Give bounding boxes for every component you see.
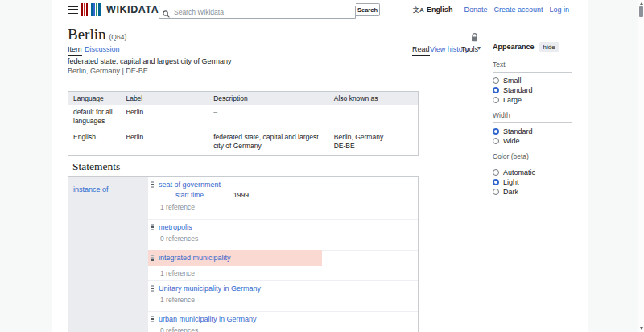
qualifier-row: start time1999 [175, 191, 249, 199]
claims-column: seat of government start time1999 1 refe… [148, 177, 418, 332]
terms-header-label: Label [121, 92, 208, 106]
radio-text-standard[interactable]: Standard [493, 85, 572, 95]
vertical-scrollbar[interactable] [638, 0, 644, 332]
statement-value-link[interactable]: urban municipality in Germany [159, 315, 257, 323]
title-divider [68, 44, 481, 44]
radio-icon[interactable] [493, 77, 499, 84]
search-box: Search [159, 3, 380, 16]
tab-read[interactable]: Read [412, 45, 430, 56]
header-user-links: 文A English Donate Create account Log in [413, 5, 569, 15]
tab-discussion[interactable]: Discussion [85, 45, 120, 53]
appearance-sidebar: Appearance hide Text Small Standard Larg… [493, 42, 572, 199]
radio-checked-icon[interactable] [493, 87, 499, 93]
terms-language-cell: default for all languages [68, 105, 122, 130]
radio-icon[interactable] [493, 169, 499, 176]
property-link-instance-of[interactable]: instance of [73, 185, 109, 193]
radio-icon[interactable] [493, 138, 499, 144]
statement-row: Unitary municipality in Germany 1 refere… [148, 281, 418, 312]
title-row: Berlin(Q64) [68, 26, 126, 44]
qualifier-value: 1999 [233, 191, 249, 199]
statement-value-link[interactable]: metropolis [159, 223, 192, 231]
qualifier-property-link[interactable]: start time [175, 191, 233, 199]
wikidata-logo[interactable]: WIKIDATA [80, 3, 159, 16]
width-section-label: Width [493, 107, 572, 123]
terms-header-description: Description [208, 92, 329, 106]
terms-language-cell: English [68, 130, 122, 155]
statement-row: seat of government start time1999 1 refe… [148, 177, 418, 220]
donate-link[interactable]: Donate [464, 6, 487, 14]
references-toggle[interactable]: 0 references [160, 234, 198, 243]
statements-group: instance of seat of government start tim… [68, 176, 419, 332]
entity-aliases: Berlin, Germany | DE-BE [68, 67, 148, 75]
rank-selector-icon[interactable] [151, 285, 154, 293]
radio-width-wide[interactable]: Wide [493, 136, 572, 146]
width-options: Standard Wide [493, 123, 572, 148]
terms-aka-cell [329, 105, 419, 130]
statement-value-link[interactable]: seat of government [159, 181, 221, 189]
appearance-title: Appearance [493, 43, 535, 51]
entity-description: federated state, capital and largest cit… [68, 57, 232, 65]
rank-selector-icon[interactable] [151, 316, 154, 323]
language-selector[interactable]: 文A English [413, 6, 452, 15]
main-menu-icon[interactable] [68, 6, 78, 14]
login-link[interactable]: Log in [549, 6, 569, 14]
rank-selector-icon[interactable] [151, 181, 154, 189]
statement-row-highlighted: integrated municipality 1 reference [148, 251, 418, 281]
tab-item[interactable]: Item [68, 45, 82, 56]
page-title: Berlin [68, 26, 106, 43]
statement-row: metropolis 0 references [148, 220, 418, 251]
color-options: Automatic Light Dark [493, 164, 572, 199]
color-section-label: Color (beta) [493, 148, 572, 164]
radio-text-large[interactable]: Large [493, 95, 572, 105]
radio-color-light[interactable]: Light [493, 177, 572, 187]
search-button[interactable]: Search [356, 3, 380, 16]
property-column: instance of [68, 177, 148, 332]
table-row: English Berlin federated state, capital … [68, 130, 419, 155]
radio-icon[interactable] [493, 189, 499, 195]
radio-checked-icon[interactable] [493, 179, 499, 185]
terms-header-also-known-as: Also known as [329, 92, 419, 106]
chevron-down-icon[interactable]: ▾ [477, 44, 481, 52]
text-size-options: Small Standard Large [493, 73, 572, 107]
scrollbar-thumb[interactable] [639, 6, 643, 17]
terms-aka-cell: Berlin, Germany DE-BE [329, 130, 419, 155]
terms-label-cell: Berlin [121, 105, 208, 130]
appearance-header: Appearance hide [493, 42, 572, 56]
statement-value-link[interactable]: Unitary municipality in Germany [159, 284, 261, 293]
tab-tools[interactable]: Tools [461, 45, 478, 53]
wikidata-logo-text: WIKIDATA [106, 4, 159, 15]
search-icon [163, 6, 170, 21]
references-toggle[interactable]: 1 reference [160, 269, 195, 277]
references-toggle[interactable]: 1 reference [160, 203, 195, 211]
appearance-hide-button[interactable]: hide [539, 42, 559, 52]
table-row: default for all languages Berlin – [68, 105, 419, 130]
terms-header-language: Language [68, 92, 122, 106]
scrollbar-up-arrow-icon[interactable] [640, 2, 643, 5]
page-tabs: Item Discussion Read View history Tools … [68, 45, 481, 55]
text-section-label: Text [493, 56, 572, 73]
radio-width-standard[interactable]: Standard [493, 127, 572, 136]
statement-row: urban municipality in Germany 0 referenc… [148, 312, 418, 332]
radio-color-dark[interactable]: Dark [493, 187, 572, 197]
terms-table: Language Label Description Also known as… [68, 91, 419, 156]
language-icon: 文A [413, 6, 424, 15]
radio-checked-icon[interactable] [493, 128, 499, 135]
radio-color-automatic[interactable]: Automatic [493, 168, 572, 177]
search-input[interactable] [159, 6, 356, 19]
rank-selector-icon[interactable] [151, 255, 154, 262]
page-container: WIKIDATA Search 文A English Donate Create… [52, 0, 588, 332]
create-account-link[interactable]: Create account [493, 6, 543, 14]
language-label: English [427, 6, 453, 14]
statements-heading: Statements [72, 160, 120, 173]
radio-icon[interactable] [493, 97, 499, 103]
statement-value-link[interactable]: integrated municipality [159, 254, 231, 262]
entity-qid: (Q64) [109, 33, 127, 41]
references-toggle[interactable]: 0 references [160, 326, 198, 332]
rank-selector-icon[interactable] [151, 224, 154, 231]
references-toggle[interactable]: 1 reference [160, 296, 195, 304]
scrollbar-down-arrow-icon[interactable] [640, 327, 643, 330]
radio-text-small[interactable]: Small [493, 76, 572, 85]
terms-description-cell: – [208, 105, 329, 130]
terms-table-header-row: Language Label Description Also known as [68, 92, 419, 106]
terms-description-cell: federated state, capital and largest cit… [208, 130, 329, 155]
